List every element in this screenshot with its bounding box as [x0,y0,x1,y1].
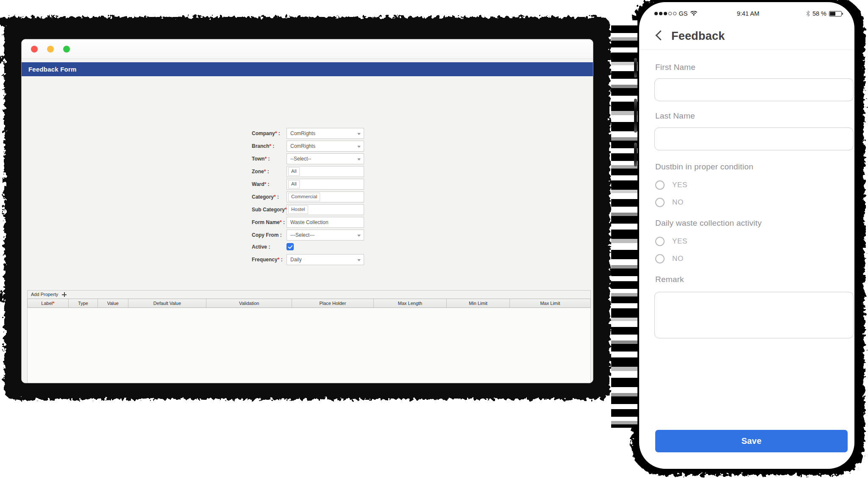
field-row-active: Active : [252,243,387,251]
field-row-frequency: Frequency* : Daily [252,254,387,265]
required-marker: * [269,143,271,149]
column-header-max-length: Max Length [374,299,447,307]
page-title: Feedback Form [22,62,593,76]
property-table: Add Property Label* Type Value Default V… [27,290,591,383]
add-property-button[interactable]: Add Property [31,292,58,297]
browser-window: Feedback Form Company* : ComRights Branc… [21,39,593,383]
field-row-sub-category: Sub Category* : Hostel [252,204,387,215]
save-button[interactable]: Save [655,430,848,452]
chevron-down-icon [357,133,361,135]
glitch-bar [634,99,637,133]
field-row-form-name: Form Name* : Waste Collection [252,217,387,228]
ward-multiselect[interactable]: All [287,179,364,190]
chevron-down-icon [357,158,361,161]
column-header-validation: Validation [206,299,292,307]
battery-icon [829,11,842,17]
town-select[interactable]: --Select-- [287,153,364,164]
required-marker: * [278,257,280,263]
back-icon[interactable] [654,28,664,44]
add-property-bar: Add Property [27,290,591,299]
required-marker: * [264,156,267,162]
property-table-body [27,308,591,383]
category-tag[interactable]: Commercial [288,193,320,201]
plus-icon[interactable] [62,292,67,297]
column-header-type: Type [69,299,98,307]
minimize-window-button[interactable] [47,46,54,53]
copy-from-select[interactable]: ---Select--- [287,230,364,241]
required-marker: * [275,130,277,136]
field-label: Category [252,194,274,200]
zoom-window-button[interactable] [63,46,70,53]
edge-noise [0,291,4,302]
battery-percent-label: 58 % [812,10,826,17]
radio-icon[interactable] [655,237,665,246]
question-daily-waste-label: Daily waste collection activity [655,219,762,228]
column-header-min-limit: Min Limit [447,299,510,307]
chevron-down-icon [357,259,361,261]
sub-category-tag[interactable]: Hostel [288,205,308,214]
radio-icon[interactable] [655,198,665,207]
glitch-bar [634,58,637,78]
phone-header: Feedback [654,26,842,46]
chevron-down-icon [357,146,361,148]
branch-select[interactable]: ComRights [287,141,364,152]
field-label: Branch [252,143,269,149]
window-titlebar [22,39,593,59]
form-name-input[interactable]: Waste Collection [287,217,364,228]
status-bar: GS 9:41 AM 58 % [654,9,842,18]
ward-tag[interactable]: All [288,180,300,188]
sub-category-multiselect[interactable]: Hostel [287,204,364,215]
field-label: Town [252,156,264,162]
field-row-zone: Zone* : All [252,166,387,177]
glitch-barcode-stripes [611,20,637,428]
remark-textarea[interactable] [654,292,854,338]
header-divider [639,50,854,50]
field-row-town: Town* : --Select-- [252,153,387,164]
property-table-header: Label* Type Value Default Value Validati… [27,299,591,308]
last-name-label: Last Name [655,111,695,121]
category-multiselect[interactable]: Commercial [287,191,364,202]
daily-waste-no-option[interactable]: NO [655,254,684,264]
field-label: Ward [252,181,264,187]
first-name-input[interactable] [654,78,854,101]
column-header-label: Label* [28,299,69,307]
field-label: Form Name [252,219,280,225]
form-body: Company* : ComRights Branch* : ComRights… [22,76,593,383]
company-select[interactable]: ComRights [287,128,364,139]
zone-tag[interactable]: All [288,167,300,176]
required-marker: * [280,219,282,225]
field-label: Company [252,130,275,136]
column-header-value: Value [98,299,128,307]
field-label: Zone [252,169,264,174]
field-label: Copy From [252,232,278,238]
close-window-button[interactable] [31,46,38,53]
column-header-default-value: Default Value [128,299,207,307]
daily-waste-yes-option[interactable]: YES [655,236,687,246]
frequency-select[interactable]: Daily [287,254,364,265]
column-header-max-limit: Max Limit [510,299,590,307]
question-dustbin-label: Dustbin in proper condition [655,162,753,172]
zone-multiselect[interactable]: All [287,166,364,177]
field-label: Sub Category [252,207,285,213]
phone-screen: GS 9:41 AM 58 % Feedback First Name Last… [639,2,854,469]
required-marker: * [264,169,266,174]
phone-page-title: Feedback [671,30,725,43]
radio-icon[interactable] [655,254,665,263]
last-name-input[interactable] [654,127,854,150]
dustbin-no-option[interactable]: NO [655,197,684,208]
first-name-label: First Name [655,63,696,72]
edge-noise [0,56,4,63]
status-right: 58 % [806,10,842,17]
canvas: Feedback Form Company* : ComRights Branc… [0,0,868,479]
active-checkbox[interactable] [287,243,294,250]
field-row-company: Company* : ComRights [252,128,387,139]
glitch-bar [634,143,637,166]
field-label: Frequency [252,257,278,263]
required-marker: * [274,194,276,200]
dustbin-yes-option[interactable]: YES [655,180,687,190]
radio-icon[interactable] [655,180,665,190]
remark-label: Remark [655,275,684,284]
field-row-branch: Branch* : ComRights [252,141,387,152]
feedback-form-fields: Company* : ComRights Branch* : ComRights… [252,128,387,265]
required-marker: * [53,301,54,306]
